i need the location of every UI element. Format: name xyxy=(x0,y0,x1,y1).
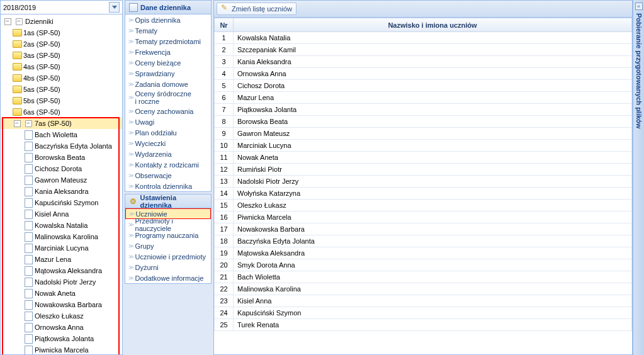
cell-name: Szczepaniak Kamil xyxy=(234,44,632,56)
tree-class[interactable]: 7as (SP-50) xyxy=(1,118,122,129)
tree-student[interactable]: Gawron Mateusz xyxy=(1,174,122,186)
tree-student[interactable]: Mazur Lena xyxy=(1,254,122,265)
ust-item[interactable]: >>Przedmioty i nauczyciele xyxy=(125,219,211,230)
ust-item[interactable]: >>Dyżurni xyxy=(125,262,211,273)
right-collapsed-panel[interactable]: « Pobieranie przygotowanych plików xyxy=(633,0,644,355)
table-row[interactable]: 15Oleszko Łukasz xyxy=(215,200,632,211)
tree-label: Nowak Aneta xyxy=(35,290,76,297)
dane-item[interactable]: >>Kontakty z rodzicami xyxy=(125,159,211,170)
ust-item[interactable]: >>Uczniowie i przedmioty xyxy=(125,251,211,262)
ust-item[interactable]: >>Dodatkowe informacje xyxy=(125,273,211,283)
tree-student[interactable]: Mątowska Aleksandra xyxy=(1,265,122,276)
tree-student[interactable]: Kapuściński Szymon xyxy=(1,197,122,208)
table-row[interactable]: 24Kapuściński Szymon xyxy=(215,307,632,319)
dane-item[interactable]: >>Uwagi xyxy=(125,116,211,127)
dane-item[interactable]: >>Wydarzenia xyxy=(125,149,211,159)
table-row[interactable]: 5Cichosz Dorota xyxy=(215,80,632,92)
collapse-icon[interactable] xyxy=(3,16,13,26)
dane-item[interactable]: >>Opis dziennika xyxy=(125,14,211,25)
menu-label: Uczniowie i przedmioty xyxy=(135,253,206,261)
dane-item[interactable]: >>Plan oddziału xyxy=(125,127,211,138)
tree-student[interactable]: Bach Wioletta xyxy=(1,129,122,140)
table-row[interactable]: 10Marciniak Lucyna xyxy=(215,140,632,152)
table-row[interactable]: 2Szczepaniak Kamil xyxy=(215,44,632,56)
table-row[interactable]: 6Mazur Lena xyxy=(215,92,632,104)
tree-class[interactable]: 4bs (SP-50) xyxy=(1,72,122,84)
tree-student[interactable]: Kowalska Natalia xyxy=(1,220,122,231)
right-bar-label: Pobieranie przygotowanych plików xyxy=(635,13,643,128)
tree-class[interactable]: 6as (SP-50) xyxy=(1,106,122,118)
table-row[interactable]: 21Bach Wioletta xyxy=(215,271,632,283)
table-row[interactable]: 22Malinowska Karolina xyxy=(215,283,632,295)
menu-label: Przedmioty i nauczyciele xyxy=(135,217,208,232)
tree-class[interactable]: 5bs (SP-50) xyxy=(1,95,122,106)
file-icon xyxy=(23,345,33,354)
tree-student[interactable]: Kania Aleksandra xyxy=(1,186,122,197)
table-row[interactable]: 13Nadolski Piotr Jerzy xyxy=(215,176,632,188)
ust-item[interactable]: >>Programy nauczania xyxy=(125,230,211,240)
dane-item[interactable]: >>Sprawdziany xyxy=(125,68,211,79)
year-dropdown-icon[interactable] xyxy=(109,2,120,13)
table-row[interactable]: 23Kisiel Anna xyxy=(215,295,632,307)
table-row[interactable]: 17Nowakowska Barbara xyxy=(215,223,632,235)
table-row[interactable]: 11Nowak Aneta xyxy=(215,152,632,164)
col-nr[interactable]: Nr xyxy=(215,18,234,32)
table-row[interactable]: 9Gawron Mateusz xyxy=(215,128,632,140)
table-row[interactable]: 19Mątowska Aleksandra xyxy=(215,247,632,259)
dane-item[interactable]: >>Obserwacje xyxy=(125,170,211,181)
table-row[interactable]: 12Rumiński Piotr xyxy=(215,164,632,176)
dane-item[interactable]: >>Frekwencja xyxy=(125,47,211,57)
table-row[interactable]: 8Borowska Beata xyxy=(215,116,632,128)
col-name[interactable]: Nazwisko i imiona uczniów xyxy=(234,18,632,32)
year-selector[interactable]: 2018/2019 xyxy=(1,1,122,14)
dane-item[interactable]: >>Zadania domowe xyxy=(125,79,211,89)
tree-student[interactable]: Kisiel Anna xyxy=(1,208,122,220)
table-row[interactable]: 25Turek Renata xyxy=(215,319,632,331)
tree-student[interactable]: Malinowska Karolina xyxy=(1,231,122,242)
table-row[interactable]: 20Smyk Dorota Anna xyxy=(215,259,632,271)
dane-item[interactable]: >>Oceny śródrocznei roczne xyxy=(125,89,211,106)
cell-nr: 11 xyxy=(215,152,234,164)
folder-icon xyxy=(12,84,22,94)
cell-name: Turek Renata xyxy=(234,319,632,331)
chevron-icon: >> xyxy=(128,232,133,239)
table-row[interactable]: 7Piątkowska Jolanta xyxy=(215,104,632,116)
tree-student[interactable]: Piątkowska Jolanta xyxy=(1,333,122,344)
tree-student[interactable]: Borowska Beata xyxy=(1,152,122,163)
dane-item[interactable]: >>Oceny zachowania xyxy=(125,106,211,116)
change-list-button[interactable]: Zmień listę uczniów xyxy=(217,3,297,15)
collapse-icon[interactable] xyxy=(12,118,22,128)
cell-nr: 20 xyxy=(215,259,234,271)
table-row[interactable]: 3Kania Aleksandra xyxy=(215,56,632,68)
menu-label: Opis dziennika xyxy=(135,16,181,24)
tree-student[interactable]: Marciniak Lucyna xyxy=(1,242,122,254)
tree-student[interactable]: Piwnicka Marcela xyxy=(1,344,122,354)
expand-icon[interactable]: « xyxy=(635,3,643,10)
table-row[interactable]: 18Baczyńska Edyta Jolanta xyxy=(215,235,632,247)
table-row[interactable]: 1Kowalska Natalia xyxy=(215,32,632,44)
tree-class[interactable]: 4as (SP-50) xyxy=(1,61,122,72)
dane-item[interactable]: >>Kontrola dziennika xyxy=(125,181,211,191)
table-row[interactable]: 4Ornowska Anna xyxy=(215,68,632,80)
tree-class[interactable]: 1as (SP-50) xyxy=(1,27,122,38)
tree-student[interactable]: Nowakowska Barbara xyxy=(1,299,122,310)
dane-item[interactable]: >>Tematy xyxy=(125,25,211,36)
table-row[interactable]: 16Piwnicka Marcela xyxy=(215,211,632,223)
tree-student[interactable]: Nadolski Piotr Jerzy xyxy=(1,276,122,288)
tree-label: Ornowska Anna xyxy=(35,324,84,331)
students-grid: Nr Nazwisko i imiona uczniów 1Kowalska N… xyxy=(214,18,632,354)
tree-class[interactable]: 3as (SP-50) xyxy=(1,50,122,61)
tree-root[interactable]: Dzienniki xyxy=(1,16,122,27)
tree-student[interactable]: Oleszko Łukasz xyxy=(1,310,122,322)
table-row[interactable]: 14Wołyńska Katarzyna xyxy=(215,188,632,200)
tree-student[interactable]: Ornowska Anna xyxy=(1,322,122,333)
tree-student[interactable]: Nowak Aneta xyxy=(1,288,122,299)
tree-class[interactable]: 5as (SP-50) xyxy=(1,84,122,95)
dane-item[interactable]: >>Tematy przedmiotami xyxy=(125,36,211,47)
tree-student[interactable]: Cichosz Dorota xyxy=(1,163,122,174)
dane-item[interactable]: >>Wycieczki xyxy=(125,138,211,149)
dane-item[interactable]: >>Oceny bieżące xyxy=(125,57,211,68)
tree-class[interactable]: 2as (SP-50) xyxy=(1,38,122,50)
tree-student[interactable]: Baczyńska Edyta Jolanta xyxy=(1,140,122,152)
ust-item[interactable]: >>Grupy xyxy=(125,240,211,251)
